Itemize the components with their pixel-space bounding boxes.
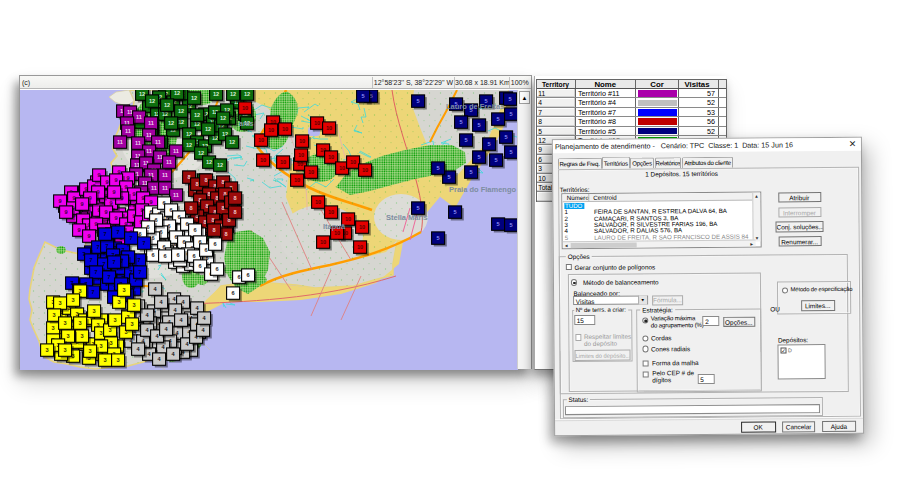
svg-text:5: 5 <box>477 122 480 128</box>
svg-text:10: 10 <box>350 159 356 165</box>
svg-text:9: 9 <box>87 233 90 239</box>
svg-text:aras: aras <box>239 120 254 127</box>
svg-text:12: 12 <box>220 115 226 121</box>
svg-text:5: 5 <box>469 169 472 175</box>
svg-text:10: 10 <box>359 224 365 230</box>
svg-text:5: 5 <box>477 154 480 160</box>
svg-text:10: 10 <box>326 125 332 131</box>
svg-text:3: 3 <box>66 333 69 339</box>
svg-text:9: 9 <box>104 209 107 215</box>
svg-text:6: 6 <box>246 272 249 278</box>
svg-text:5: 5 <box>494 157 497 163</box>
svg-text:6: 6 <box>198 263 201 269</box>
svg-text:7: 7 <box>107 274 110 280</box>
svg-text:7: 7 <box>105 243 108 249</box>
svg-text:10: 10 <box>280 159 286 165</box>
svg-text:5: 5 <box>496 116 499 122</box>
svg-text:11: 11 <box>162 185 168 191</box>
svg-text:3: 3 <box>58 300 61 306</box>
svg-text:10: 10 <box>314 120 320 126</box>
svg-text:10: 10 <box>357 244 363 250</box>
svg-text:9: 9 <box>109 200 112 206</box>
svg-text:5: 5 <box>436 165 439 171</box>
svg-text:8: 8 <box>224 231 227 237</box>
svg-text:11: 11 <box>173 192 179 198</box>
svg-text:11: 11 <box>136 114 142 120</box>
svg-text:12: 12 <box>213 91 219 97</box>
svg-text:12: 12 <box>206 159 212 165</box>
svg-text:9: 9 <box>126 175 129 181</box>
svg-text:3: 3 <box>109 340 112 346</box>
svg-text:10: 10 <box>282 126 288 132</box>
svg-text:3: 3 <box>52 312 55 318</box>
svg-text:3: 3 <box>63 347 66 353</box>
svg-text:10: 10 <box>308 169 314 175</box>
svg-text:10: 10 <box>298 152 304 158</box>
svg-text:11: 11 <box>148 120 154 126</box>
svg-text:3: 3 <box>116 357 119 363</box>
svg-text:7: 7 <box>142 240 145 246</box>
svg-text:12: 12 <box>217 162 223 168</box>
svg-text:3: 3 <box>63 320 66 326</box>
svg-text:12: 12 <box>178 108 184 114</box>
svg-text:5: 5 <box>453 209 456 215</box>
svg-text:6: 6 <box>193 227 196 233</box>
svg-text:11: 11 <box>151 185 157 191</box>
svg-text:5: 5 <box>508 96 511 102</box>
svg-text:5: 5 <box>459 119 462 125</box>
svg-text:5: 5 <box>464 137 467 143</box>
svg-text:5: 5 <box>509 111 512 117</box>
svg-text:11: 11 <box>166 159 172 165</box>
svg-text:10: 10 <box>328 154 334 160</box>
svg-text:12: 12 <box>174 90 180 96</box>
svg-text:5: 5 <box>447 174 450 180</box>
svg-text:12: 12 <box>198 150 204 156</box>
svg-text:12: 12 <box>244 91 250 97</box>
svg-text:7: 7 <box>116 229 119 235</box>
svg-text:10: 10 <box>315 199 321 205</box>
svg-text:9: 9 <box>112 189 115 195</box>
svg-text:11: 11 <box>173 148 179 154</box>
svg-text:10: 10 <box>258 137 264 143</box>
svg-text:3: 3 <box>99 330 102 336</box>
svg-text:7: 7 <box>96 244 99 250</box>
svg-text:12: 12 <box>168 120 174 126</box>
svg-text:9: 9 <box>132 191 135 197</box>
svg-text:5: 5 <box>487 141 490 147</box>
svg-text:Praia do Flamengo: Praia do Flamengo <box>449 185 517 194</box>
svg-text:8: 8 <box>233 209 236 215</box>
svg-text:3: 3 <box>51 325 54 331</box>
svg-text:5: 5 <box>496 221 499 227</box>
svg-text:6: 6 <box>204 247 207 253</box>
svg-text:12: 12 <box>194 112 200 118</box>
svg-text:6: 6 <box>151 252 154 258</box>
svg-text:11: 11 <box>146 148 152 154</box>
svg-text:10: 10 <box>299 138 305 144</box>
svg-text:3: 3 <box>71 297 74 303</box>
svg-text:3: 3 <box>113 317 116 323</box>
svg-text:3: 3 <box>103 357 106 363</box>
svg-text:7: 7 <box>137 257 140 263</box>
svg-text:9: 9 <box>77 227 80 233</box>
svg-text:3: 3 <box>132 302 135 308</box>
svg-text:6: 6 <box>192 253 195 259</box>
svg-text:5: 5 <box>509 149 512 155</box>
svg-text:7: 7 <box>89 257 92 263</box>
svg-text:9: 9 <box>114 215 117 221</box>
svg-text:11: 11 <box>162 172 168 178</box>
svg-text:8: 8 <box>212 227 215 233</box>
svg-text:12: 12 <box>191 95 197 101</box>
svg-text:3: 3 <box>130 321 133 327</box>
svg-text:3: 3 <box>92 308 95 314</box>
svg-text:3: 3 <box>78 288 81 294</box>
svg-text:Stella Maris: Stella Maris <box>386 213 428 222</box>
svg-text:5: 5 <box>436 235 439 241</box>
svg-text:Itapuã: Itapuã <box>323 222 346 231</box>
svg-text:5: 5 <box>509 222 512 228</box>
svg-text:5: 5 <box>361 93 364 99</box>
svg-text:6: 6 <box>163 253 166 259</box>
svg-text:9: 9 <box>105 179 108 185</box>
svg-text:Lauro de Freitas: Lauro de Freitas <box>446 102 504 111</box>
svg-text:9: 9 <box>58 198 61 204</box>
svg-text:10: 10 <box>260 157 266 163</box>
